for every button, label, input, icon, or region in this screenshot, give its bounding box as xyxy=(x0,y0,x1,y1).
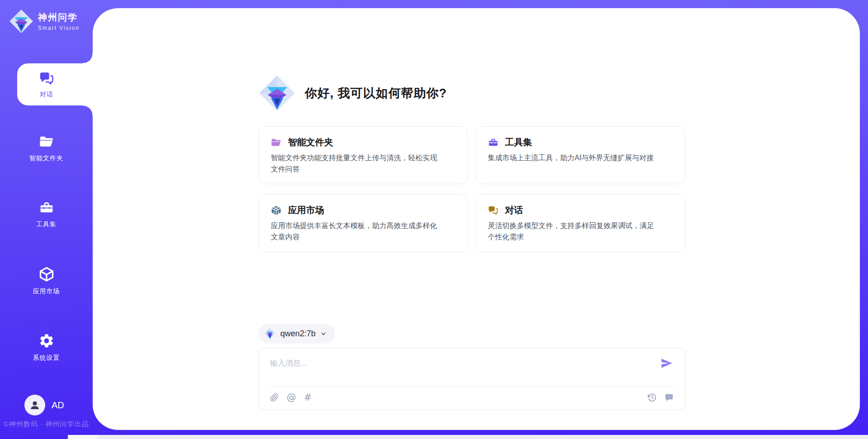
history-icon xyxy=(647,393,657,402)
paperclip-icon xyxy=(270,393,279,402)
chat-toggle-button[interactable] xyxy=(664,392,674,402)
send-button[interactable] xyxy=(660,356,673,370)
hash-button[interactable]: # xyxy=(304,393,312,402)
card-title: 应用市场 xyxy=(288,204,324,216)
composer-divider xyxy=(268,387,676,387)
toolbar-right-group xyxy=(647,392,674,402)
active-tab-curve-bottom xyxy=(83,105,93,115)
sidebar-item-settings[interactable]: 系统设置 xyxy=(0,333,93,362)
sidebar-item-label: 工具集 xyxy=(36,220,57,229)
app-root: 神州问学 Smart Vision 对话 智 xyxy=(0,0,868,439)
model-name: qwen2:7b xyxy=(280,329,316,339)
message-input[interactable] xyxy=(270,355,649,372)
chevron-down-icon xyxy=(320,330,327,337)
greeting: 你好, 我可以如何帮助你? xyxy=(259,75,685,112)
composer: qwen2:7b xyxy=(259,324,685,410)
composer-toolbar: @ # xyxy=(270,392,674,402)
attach-button[interactable] xyxy=(270,393,279,402)
card-header: 智能文件夹 xyxy=(271,136,456,148)
cube-icon xyxy=(271,205,282,216)
brand-subtitle: Smart Vision xyxy=(38,25,80,31)
card-description: 应用市场提供丰富长文本模板，助力高效生成多样化文章内容 xyxy=(271,220,443,243)
card-chat[interactable]: 对话 灵活切换多模型文件，支持多样回复效果调试，满足个性化需求 xyxy=(476,194,685,252)
model-logo-icon xyxy=(264,328,276,339)
horizontal-scrollbar[interactable] xyxy=(68,435,868,439)
chat-icon xyxy=(39,71,54,88)
brand: 神州问学 Smart Vision xyxy=(9,9,80,33)
folder-icon xyxy=(38,134,55,151)
toolbox-icon xyxy=(38,200,55,217)
active-tab-curve-top xyxy=(83,53,93,63)
mention-button[interactable]: @ xyxy=(287,393,296,402)
cube-icon xyxy=(38,266,55,284)
sidebar-item-label: 对话 xyxy=(40,91,53,99)
scrollbar-corner xyxy=(69,435,97,439)
person-icon xyxy=(29,399,41,411)
card-toolbox[interactable]: 工具集 集成市场上主流工具，助力AI与外界无缝扩展与对接 xyxy=(476,126,685,184)
card-title: 智能文件夹 xyxy=(288,136,333,148)
brand-text: 神州问学 Smart Vision xyxy=(38,11,80,31)
card-description: 集成市场上主流工具，助力AI与外界无缝扩展与对接 xyxy=(488,153,660,164)
card-title: 对话 xyxy=(505,204,523,216)
history-button[interactable] xyxy=(647,393,657,402)
card-header: 工具集 xyxy=(488,136,673,148)
card-description: 智能文件夹功能支持批量文件上传与清洗，轻松实现文件问答 xyxy=(271,153,443,175)
brand-name: 神州问学 xyxy=(38,11,80,24)
mention-icon: @ xyxy=(287,393,296,402)
sidebar: 神州问学 Smart Vision 对话 智 xyxy=(0,0,93,439)
card-header: 对话 xyxy=(488,204,673,216)
avatar xyxy=(24,395,45,415)
card-smart-folders[interactable]: 智能文件夹 智能文件夹功能支持批量文件上传与清洗，轻松实现文件问答 xyxy=(259,126,468,184)
main-panel: 你好, 我可以如何帮助你? 智能文件夹 智能文件夹功能支持批量文件上传与清洗，轻… xyxy=(93,8,860,430)
hash-icon: # xyxy=(304,393,312,402)
gear-icon xyxy=(38,333,55,351)
folder-icon xyxy=(271,137,282,148)
message-inputbox: @ # xyxy=(259,348,685,410)
sidebar-item-label: 应用市场 xyxy=(33,287,60,296)
model-selector[interactable]: qwen2:7b xyxy=(259,324,335,344)
sidebar-item-label: 系统设置 xyxy=(33,354,60,362)
greeting-text: 你好, 我可以如何帮助你? xyxy=(305,85,447,101)
sidebar-item-chat[interactable]: 对话 xyxy=(17,63,95,105)
copyright: ©神州数码 · 神州问学出品 xyxy=(4,420,94,429)
user-profile[interactable]: AD xyxy=(24,395,64,415)
sidebar-item-toolbox[interactable]: 工具集 xyxy=(0,200,93,229)
chat-icon xyxy=(664,392,674,402)
content-column: 你好, 我可以如何帮助你? 智能文件夹 智能文件夹功能支持批量文件上传与清洗，轻… xyxy=(259,75,685,410)
send-icon xyxy=(660,357,673,369)
assistant-logo-icon xyxy=(259,75,296,112)
card-header: 应用市场 xyxy=(271,204,456,216)
sidebar-item-smart-folders[interactable]: 智能文件夹 xyxy=(0,134,93,162)
card-title: 工具集 xyxy=(505,136,532,148)
toolbox-icon xyxy=(488,137,499,148)
sidebar-item-app-market[interactable]: 应用市场 xyxy=(0,266,93,296)
brand-logo-icon xyxy=(9,9,33,33)
chat-icon xyxy=(488,205,499,216)
feature-cards: 智能文件夹 智能文件夹功能支持批量文件上传与清洗，轻松实现文件问答 xyxy=(259,126,685,252)
card-app-market[interactable]: 应用市场 应用市场提供丰富长文本模板，助力高效生成多样化文章内容 xyxy=(259,194,468,252)
sidebar-item-label: 智能文件夹 xyxy=(29,154,63,162)
user-initials: AD xyxy=(52,400,64,410)
card-description: 灵活切换多模型文件，支持多样回复效果调试，满足个性化需求 xyxy=(488,220,660,243)
